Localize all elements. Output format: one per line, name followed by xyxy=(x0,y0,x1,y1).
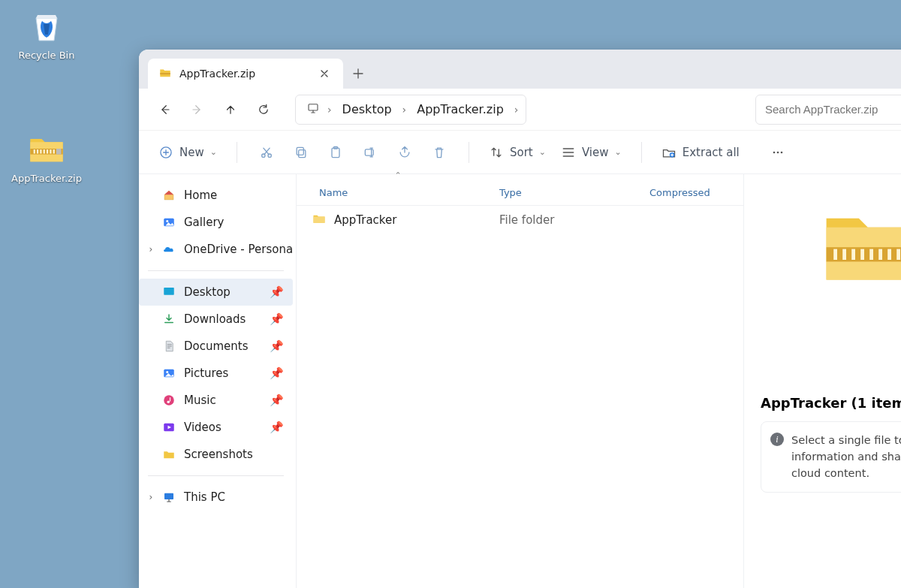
cut-button[interactable] xyxy=(252,138,281,167)
svg-rect-40 xyxy=(878,249,882,260)
list-item[interactable]: AppTracker File folder xyxy=(297,206,743,234)
copy-button[interactable] xyxy=(287,138,315,167)
forward-button[interactable] xyxy=(182,95,212,125)
svg-rect-42 xyxy=(896,249,900,260)
sidebar-item-label: Home xyxy=(184,188,217,202)
breadcrumb-desktop[interactable]: Desktop xyxy=(335,99,399,119)
svg-rect-4 xyxy=(44,149,45,153)
pin-icon[interactable]: 📌 xyxy=(270,366,284,380)
chevron-right-icon[interactable]: › xyxy=(326,104,333,116)
chevron-right-icon[interactable]: › xyxy=(513,104,520,116)
svg-rect-10 xyxy=(160,73,170,74)
svg-point-29 xyxy=(166,371,168,373)
minimize-button[interactable] xyxy=(895,50,901,80)
sidebar: Home Gallery › OneDrive - Persona Deskto… xyxy=(139,174,297,588)
tab-close-button[interactable] xyxy=(313,62,336,85)
documents-icon xyxy=(161,339,176,353)
svg-point-21 xyxy=(773,151,775,153)
desktop-icon-label: Recycle Bin xyxy=(19,50,75,61)
tab-active[interactable]: AppTracker.zip xyxy=(148,59,343,89)
chevron-right-icon[interactable]: › xyxy=(145,244,157,255)
zip-folder-icon xyxy=(26,128,68,170)
svg-rect-7 xyxy=(53,149,55,153)
svg-rect-38 xyxy=(860,249,864,260)
search-box[interactable] xyxy=(755,95,901,125)
svg-rect-19 xyxy=(365,149,373,155)
sidebar-item-pictures[interactable]: Pictures 📌 xyxy=(139,360,293,387)
svg-point-31 xyxy=(167,401,170,403)
sort-button[interactable]: Sort ⌄ xyxy=(484,138,550,167)
chevron-right-icon[interactable]: › xyxy=(401,104,408,116)
breadcrumb-archive[interactable]: AppTracker.zip xyxy=(409,99,511,119)
desktop-icon-recycle-bin[interactable]: Recycle Bin xyxy=(12,5,81,61)
svg-rect-33 xyxy=(164,493,173,499)
pin-icon[interactable]: 📌 xyxy=(270,421,284,434)
home-icon xyxy=(161,188,176,202)
tab-title: AppTracker.zip xyxy=(179,68,255,80)
up-button[interactable] xyxy=(215,95,246,125)
address-bar[interactable]: › Desktop › AppTracker.zip › xyxy=(295,95,526,125)
svg-rect-39 xyxy=(869,249,873,260)
sidebar-item-downloads[interactable]: Downloads 📌 xyxy=(139,306,293,333)
sidebar-item-screenshots[interactable]: Screenshots xyxy=(139,441,293,468)
pc-icon[interactable] xyxy=(302,98,324,121)
sidebar-item-gallery[interactable]: Gallery xyxy=(139,209,293,236)
gallery-icon xyxy=(161,216,176,229)
new-button[interactable]: New ⌄ xyxy=(154,138,221,167)
column-header-name[interactable]: Name xyxy=(297,187,499,198)
paste-button[interactable] xyxy=(321,138,350,167)
sidebar-item-music[interactable]: Music 📌 xyxy=(139,387,293,414)
search-input[interactable] xyxy=(765,103,901,116)
svg-rect-1 xyxy=(34,149,35,153)
chevron-right-icon[interactable]: › xyxy=(145,492,157,502)
sidebar-item-documents[interactable]: Documents 📌 xyxy=(139,333,293,360)
pc-icon xyxy=(161,490,176,504)
rename-button[interactable] xyxy=(356,138,384,167)
sidebar-item-thispc[interactable]: › This PC xyxy=(139,484,293,511)
extract-label: Extract all xyxy=(683,146,740,159)
item-type: File folder xyxy=(499,213,649,227)
music-icon xyxy=(161,394,176,407)
downloads-icon xyxy=(161,312,176,326)
item-name: AppTracker xyxy=(334,213,396,227)
new-tab-button[interactable] xyxy=(343,59,373,89)
chevron-down-icon: ⌄ xyxy=(615,147,622,157)
info-icon: i xyxy=(770,433,784,446)
column-header-type[interactable]: Type xyxy=(499,187,649,198)
titlebar: AppTracker.zip xyxy=(139,50,901,89)
refresh-button[interactable] xyxy=(249,95,279,125)
desktop-icon-zipfile[interactable]: AppTracker.zip xyxy=(12,128,81,184)
chevron-down-icon: ⌄ xyxy=(210,147,217,157)
svg-rect-17 xyxy=(332,148,339,158)
details-pane: AppTracker (1 item) i Select a single fi… xyxy=(743,174,901,588)
svg-point-23 xyxy=(780,151,782,153)
details-title: AppTracker (1 item) xyxy=(761,395,901,411)
sort-label: Sort xyxy=(510,146,533,159)
delete-button[interactable] xyxy=(425,138,454,167)
details-info-text: Select a single file to information and … xyxy=(791,434,901,479)
sidebar-item-onedrive[interactable]: › OneDrive - Persona xyxy=(139,236,293,263)
sidebar-item-videos[interactable]: Videos 📌 xyxy=(139,414,293,441)
share-button[interactable] xyxy=(390,138,419,167)
sort-indicator-icon: ⌃ xyxy=(297,173,499,180)
back-button[interactable] xyxy=(149,95,179,125)
pin-icon[interactable]: 📌 xyxy=(270,394,284,407)
more-button[interactable] xyxy=(764,138,792,167)
sidebar-item-label: This PC xyxy=(184,490,225,504)
chevron-down-icon: ⌄ xyxy=(539,147,546,157)
pin-icon[interactable]: 📌 xyxy=(270,285,284,299)
pin-icon[interactable]: 📌 xyxy=(270,339,284,353)
pin-icon[interactable]: 📌 xyxy=(270,312,284,326)
navbar: › Desktop › AppTracker.zip › xyxy=(139,89,901,131)
svg-rect-41 xyxy=(887,249,891,260)
zip-folder-icon xyxy=(158,66,172,82)
column-header-size[interactable]: Compressed xyxy=(649,187,743,198)
view-button[interactable]: View ⌄ xyxy=(556,138,626,167)
svg-rect-16 xyxy=(297,147,303,155)
extract-button[interactable]: Extract all xyxy=(657,138,744,167)
sidebar-item-home[interactable]: Home xyxy=(139,182,293,209)
sidebar-item-label: Screenshots xyxy=(184,448,253,461)
sidebar-item-desktop[interactable]: Desktop 📌 xyxy=(139,279,293,306)
folder-icon xyxy=(312,211,327,229)
sidebar-item-label: Music xyxy=(184,394,216,407)
